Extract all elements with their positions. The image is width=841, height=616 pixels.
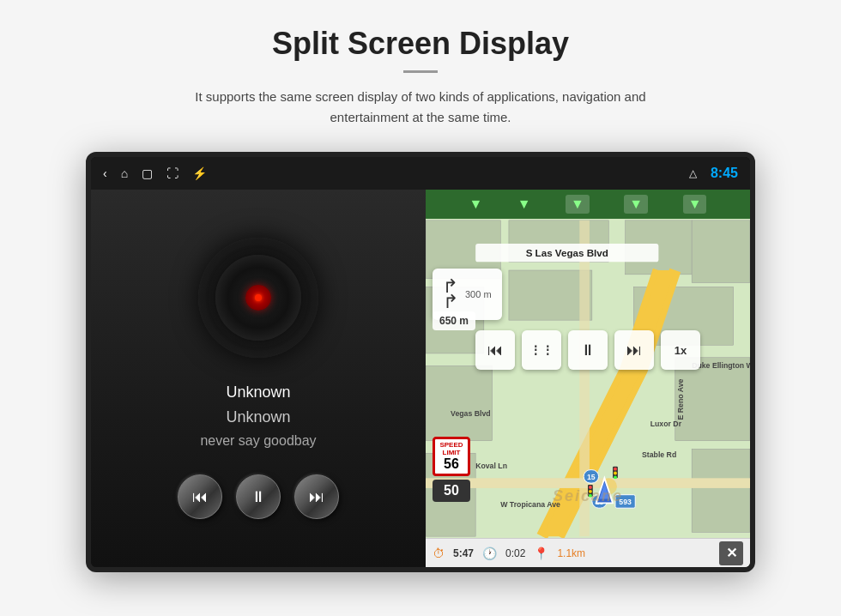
svg-text:Vegas Blvd: Vegas Blvd <box>451 409 491 418</box>
track-album: never say goodbay <box>200 433 316 449</box>
nav-time-remaining: 0:02 <box>505 547 525 559</box>
back-icon[interactable]: ‹ <box>103 166 107 180</box>
nav-arrow-5: ▼ <box>683 195 707 214</box>
nav-controls-overlay: ⏮ ⋮⋮ ⏸ ⏭ 1x <box>475 330 700 370</box>
album-art-center <box>245 285 271 311</box>
split-screen: Unknown Unknown never say goodbay ⏮ ⏸ ⏭ <box>91 190 750 567</box>
nav-speed-sign: SPEEDLIMIT 56 50 <box>433 437 470 502</box>
usb-icon[interactable]: ⚡ <box>192 166 207 180</box>
svg-text:E Reno Ave: E Reno Ave <box>676 379 685 420</box>
music-controls: ⏮ ⏸ ⏭ <box>178 474 339 519</box>
triangle-icon: △ <box>689 167 697 179</box>
nav-eta: 5:47 <box>453 547 474 559</box>
svg-point-31 <box>589 486 592 489</box>
track-title: Unknown <box>200 383 316 402</box>
nav-map: Koval Ln Duke Ellington Way Vegas Blvd L… <box>426 219 750 538</box>
svg-text:Stable Rd: Stable Rd <box>642 450 676 459</box>
nav-close-button[interactable]: ✕ <box>719 541 743 565</box>
nav-status-bar: ⏱ 5:47 🕐 0:02 📍 1.1km ✕ <box>426 538 750 567</box>
dist-icon: 📍 <box>534 547 548 560</box>
svg-point-36 <box>614 472 617 475</box>
next-button[interactable]: ⏭ <box>294 474 339 519</box>
window-icon[interactable]: ▢ <box>142 166 153 180</box>
svg-text:Duke Ellington Way: Duke Ellington Way <box>692 361 750 370</box>
svg-point-37 <box>614 475 617 479</box>
nav-arrow-2: ▼ <box>517 196 531 212</box>
nav-pause-button[interactable]: ⏸ <box>568 330 608 370</box>
title-divider <box>403 70 438 73</box>
speed-limit-value: 56 <box>437 456 466 472</box>
prev-icon: ⏮ <box>192 488 208 506</box>
svg-point-35 <box>614 468 617 471</box>
svg-rect-8 <box>426 365 493 440</box>
track-artist: Unknown <box>200 408 316 426</box>
home-icon[interactable]: ⌂ <box>121 166 128 180</box>
nav-dist-remaining: 1.1km <box>557 547 585 559</box>
speed-current-box: 50 <box>433 480 470 502</box>
nav-panel: ▼ ▼ ▼ ▼ ▼ <box>426 190 750 567</box>
svg-text:593: 593 <box>619 498 632 506</box>
close-icon: ✕ <box>726 545 737 561</box>
svg-rect-7 <box>692 220 750 283</box>
speed-limit-label: SPEEDLIMIT <box>437 441 466 456</box>
nav-speed-button[interactable]: 1x <box>661 330 700 370</box>
nav-prev-button[interactable]: ⏮ <box>475 330 515 370</box>
play-pause-button[interactable]: ⏸ <box>236 474 281 519</box>
svg-text:S Las Vegas Blvd: S Las Vegas Blvd <box>526 247 608 258</box>
device-frame: ‹ ⌂ ▢ ⛶ ⚡ △ 8:45 Unknown Unknown never s… <box>86 152 755 572</box>
timer-icon: 🕐 <box>482 547 497 560</box>
nav-dist-label: 650 m <box>433 311 475 330</box>
status-bar: ‹ ⌂ ▢ ⛶ ⚡ △ 8:45 <box>91 157 750 190</box>
status-time: 8:45 <box>711 166 738 181</box>
map-svg: Koval Ln Duke Ellington Way Vegas Blvd L… <box>426 219 750 538</box>
page-subtitle: It supports the same screen display of t… <box>163 87 678 128</box>
album-art <box>198 238 318 358</box>
svg-text:W Tropicana Ave: W Tropicana Ave <box>500 500 560 509</box>
nav-direction-distance: 300 m <box>465 289 492 299</box>
nav-chapters-button[interactable]: ⋮⋮ <box>522 330 561 370</box>
title-section: Split Screen Display It supports the sam… <box>163 26 678 128</box>
svg-text:Koval Ln: Koval Ln <box>475 462 507 470</box>
nav-header: ▼ ▼ ▼ ▼ ▼ <box>426 190 750 219</box>
svg-text:Luxor Dr: Luxor Dr <box>650 420 682 428</box>
svg-point-32 <box>589 490 592 493</box>
eta-icon: ⏱ <box>433 547 445 560</box>
nav-arrow-3: ▼ <box>566 195 590 214</box>
music-panel: Unknown Unknown never say goodbay ⏮ ⏸ ⏭ <box>91 190 426 567</box>
nav-arrow-4: ▼ <box>624 195 648 214</box>
prev-button[interactable]: ⏮ <box>178 474 222 519</box>
svg-text:15: 15 <box>587 473 596 481</box>
svg-rect-10 <box>692 449 750 532</box>
page-title: Split Screen Display <box>163 26 678 62</box>
speed-current-value: 50 <box>439 483 463 498</box>
next-icon: ⏭ <box>309 488 324 506</box>
pause-icon: ⏸ <box>251 488 266 506</box>
photo-icon[interactable]: ⛶ <box>166 166 178 180</box>
track-info: Unknown Unknown never say goodbay <box>200 383 316 449</box>
svg-point-33 <box>589 494 592 498</box>
nav-arrow-1: ▼ <box>469 196 482 212</box>
nav-next-button[interactable]: ⏭ <box>614 330 654 370</box>
